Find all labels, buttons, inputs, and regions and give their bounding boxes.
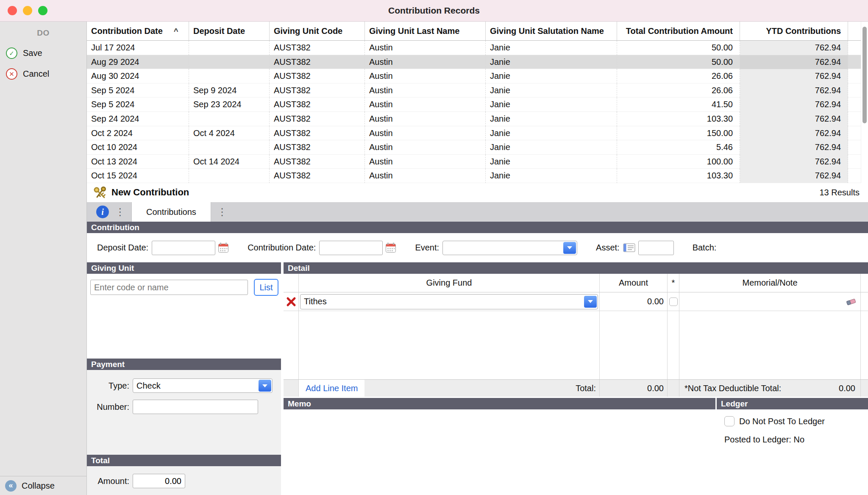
column-header-giving-unit-salutation-name[interactable]: Giving Unit Salutation Name <box>486 22 617 40</box>
asset-label: Asset: <box>596 243 620 253</box>
drag-handle-dots-icon[interactable]: ⋮ <box>115 202 125 222</box>
payment-type-dropdown-button[interactable] <box>259 380 271 392</box>
memorial-note-cell[interactable] <box>679 292 861 311</box>
detail-column-header-delete <box>284 274 299 292</box>
delete-line-item-button[interactable] <box>286 296 297 307</box>
not-deductible-checkbox[interactable] <box>669 298 678 306</box>
calendar-icon <box>218 242 229 253</box>
cell-salutation: Janie <box>486 140 617 155</box>
cell-last-name: Austin <box>365 112 486 126</box>
table-row[interactable]: Aug 29 2024AUST382AustinJanie50.00762.94 <box>87 55 861 70</box>
cell-filler <box>848 83 861 98</box>
tab-contributions[interactable]: Contributions <box>131 202 211 222</box>
drag-handle-dots-icon[interactable]: ⋮ <box>217 202 227 222</box>
line-item-amount-cell[interactable]: 0.00 <box>600 292 668 311</box>
close-window-button[interactable] <box>8 6 17 15</box>
column-header-ytd-contributions[interactable]: YTD Contributions <box>740 22 848 40</box>
do-not-post-label: Do Not Post To Ledger <box>739 417 825 426</box>
detail-header: Detail <box>284 262 868 274</box>
zoom-window-button[interactable] <box>38 6 47 15</box>
table-row[interactable]: Oct 2 2024Oct 4 2024AUST382AustinJanie15… <box>87 126 861 141</box>
vertical-scrollbar[interactable] <box>861 22 868 183</box>
event-dropdown-button[interactable] <box>563 242 576 254</box>
results-count: 13 Results <box>820 188 860 197</box>
table-row[interactable]: Sep 24 2024AUST382AustinJanie103.30762.9… <box>87 112 861 126</box>
cell-contribution-date: Jul 17 2024 <box>87 41 189 55</box>
table-row[interactable]: Aug 30 2024AUST382AustinJanie26.06762.94 <box>87 69 861 83</box>
event-select[interactable] <box>442 241 577 255</box>
cell-salutation: Janie <box>486 55 617 70</box>
deposit-date-calendar-button[interactable] <box>218 242 229 253</box>
cell-deposit-date: Sep 23 2024 <box>189 97 270 112</box>
left-panel: Giving Unit List Payment Type: Check <box>87 262 281 495</box>
detail-column-header-amount: Amount <box>600 274 668 292</box>
contribution-date-input[interactable] <box>319 241 383 255</box>
detail-column-header-filler <box>861 274 868 292</box>
asset-ledger-icon[interactable] <box>623 243 636 253</box>
posted-to-ledger-text: Posted to Ledger: No <box>724 435 868 445</box>
add-line-item-button[interactable]: Add Line Item <box>299 380 364 397</box>
cell-salutation: Janie <box>486 69 617 83</box>
cell-contribution-date: Oct 15 2024 <box>87 169 189 183</box>
cell-filler <box>848 112 861 126</box>
asset-input[interactable] <box>638 241 674 255</box>
cancel-button[interactable]: ✕ Cancel <box>0 64 86 84</box>
detail-footer-row: Add Line Item Total: 0.00 *Not Tax Deduc… <box>284 379 868 397</box>
column-header-giving-unit-code[interactable]: Giving Unit Code <box>270 22 365 40</box>
column-header-contribution-date[interactable]: Contribution Date^ <box>87 22 189 40</box>
minimize-window-button[interactable] <box>23 6 32 15</box>
window-title: Contribution Records <box>0 6 868 16</box>
cell-salutation: Janie <box>486 126 617 141</box>
cell-filler <box>848 140 861 155</box>
giving-fund-dropdown-button[interactable] <box>584 296 597 308</box>
do-not-post-checkbox[interactable] <box>724 416 734 426</box>
records-table: Contribution Date^ Deposit Date Giving U… <box>87 22 868 183</box>
column-header-filler <box>848 22 861 40</box>
scrollbar-thumb[interactable] <box>862 27 867 123</box>
cell-salutation: Janie <box>486 169 617 183</box>
traffic-lights <box>0 6 47 15</box>
deposit-date-input[interactable] <box>152 241 215 255</box>
payment-type-select[interactable]: Check <box>133 378 273 393</box>
x-circle-icon: ✕ <box>6 68 17 80</box>
cell-ytd: 762.94 <box>740 55 848 70</box>
table-row[interactable]: Oct 15 2024AUST382AustinJanie103.30762.9… <box>87 169 861 183</box>
cell-ytd: 762.94 <box>740 140 848 155</box>
cell-filler <box>848 55 861 70</box>
table-row[interactable]: Sep 5 2024Sep 23 2024AUST382AustinJanie4… <box>87 97 861 112</box>
list-button[interactable]: List <box>254 279 278 296</box>
records-rows: Jul 17 2024AUST382AustinJanie50.00762.94… <box>87 41 861 183</box>
cell-filler <box>848 169 861 183</box>
giving-unit-search-input[interactable] <box>90 280 248 295</box>
memo-textarea[interactable] <box>284 409 715 495</box>
payment-number-input[interactable] <box>133 400 258 414</box>
table-row[interactable]: Jul 17 2024AUST382AustinJanie50.00762.94 <box>87 41 861 55</box>
cell-code: AUST382 <box>270 112 365 126</box>
cell-salutation: Janie <box>486 112 617 126</box>
detail-empty-area <box>284 311 868 379</box>
total-amount-input[interactable] <box>133 474 185 488</box>
cell-last-name: Austin <box>365 83 486 98</box>
table-row[interactable]: Sep 5 2024Sep 9 2024AUST382AustinJanie26… <box>87 83 861 98</box>
eraser-icon[interactable] <box>845 297 857 306</box>
column-header-total-contribution-amount[interactable]: Total Contribution Amount <box>617 22 740 40</box>
do-sidebar-header: DO <box>0 28 86 38</box>
table-row[interactable]: Oct 10 2024AUST382AustinJanie5.46762.94 <box>87 140 861 155</box>
table-row[interactable]: Oct 13 2024Oct 14 2024AUST382AustinJanie… <box>87 155 861 169</box>
save-button[interactable]: ✓ Save <box>0 43 86 64</box>
column-header-deposit-date[interactable]: Deposit Date <box>189 22 270 40</box>
cell-code: AUST382 <box>270 41 365 55</box>
cell-salutation: Janie <box>486 155 617 169</box>
giving-fund-select[interactable]: Tithes <box>300 294 598 309</box>
calendar-icon <box>385 242 396 253</box>
cell-deposit-date: Oct 4 2024 <box>189 126 270 141</box>
cell-deposit-date <box>189 169 270 183</box>
column-header-giving-unit-last-name[interactable]: Giving Unit Last Name <box>365 22 486 40</box>
cell-last-name: Austin <box>365 55 486 70</box>
detail-total-label: Total: <box>576 384 599 393</box>
collapse-button[interactable]: « Collapse <box>0 476 86 495</box>
cell-total: 5.46 <box>617 140 740 155</box>
contribution-date-calendar-button[interactable] <box>385 242 396 253</box>
cell-last-name: Austin <box>365 41 486 55</box>
info-icon[interactable]: i <box>96 206 109 218</box>
